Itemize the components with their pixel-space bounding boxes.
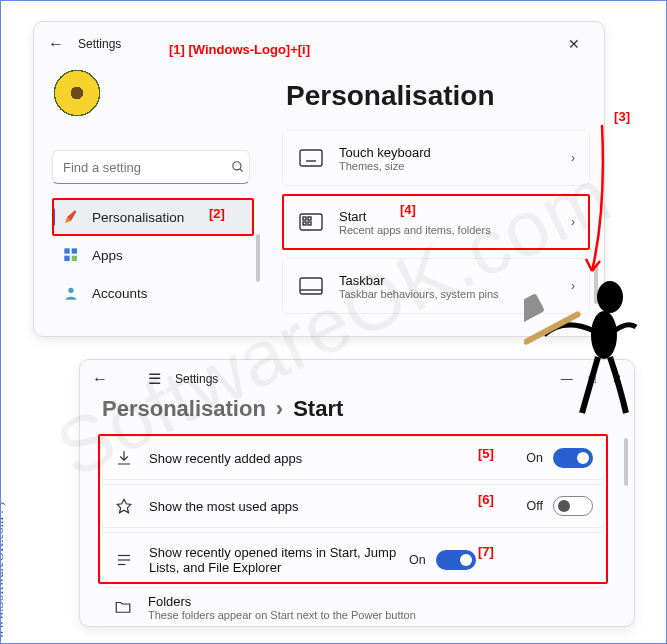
svg-rect-14 (303, 217, 306, 220)
annotation-3: [3] (614, 109, 630, 124)
apps-icon (62, 246, 80, 264)
back-icon[interactable]: ← (92, 370, 108, 388)
annotation-shortcut: [1] [Windows-Logo]+[i] (169, 42, 310, 57)
back-icon[interactable]: ← (48, 35, 64, 53)
row-recent-items: Show recently opened items in Start, Jum… (100, 532, 606, 588)
search-field[interactable] (63, 160, 231, 175)
content-cards: Touch keyboard Themes, size › Start Rece… (282, 130, 590, 322)
close-icon[interactable]: ✕ (612, 372, 622, 386)
sidebar-item-label: Accounts (92, 286, 148, 301)
toggle-recent-apps[interactable] (553, 448, 593, 468)
chevron-right-icon: › (571, 215, 575, 229)
row-recent-apps: Show recently added apps On (100, 436, 606, 480)
user-avatar[interactable] (52, 68, 102, 118)
row-label: Show recently added apps (149, 451, 526, 466)
search-input[interactable] (52, 150, 250, 184)
toggle-recent-items[interactable] (436, 550, 476, 570)
card-title: Start (339, 209, 571, 224)
credit-text: www.SoftwareOK.com :-) (0, 502, 7, 639)
toggle-state: On (526, 451, 543, 465)
svg-rect-2 (64, 248, 69, 253)
breadcrumb-current: Start (293, 396, 343, 422)
row-label: Show the most used apps (149, 499, 527, 514)
row-subtitle: These folders appear on Start next to th… (148, 609, 594, 621)
annotation-5: [5] (478, 446, 494, 461)
breadcrumb: Personalisation › Start (102, 396, 343, 422)
svg-rect-4 (64, 256, 69, 261)
titlebar: ← ☰ Settings — □ ✕ (80, 360, 634, 398)
svg-rect-7 (300, 150, 322, 166)
hamburger-icon[interactable]: ☰ (148, 370, 161, 388)
toggle-state: Off (527, 499, 543, 513)
window-title: Settings (78, 37, 121, 51)
sidebar-item-apps[interactable]: Apps (52, 236, 254, 274)
sidebar-item-accounts[interactable]: Accounts (52, 274, 254, 312)
card-taskbar[interactable]: Taskbar Taskbar behaviours, system pins … (282, 258, 590, 314)
list-icon (113, 551, 135, 569)
svg-rect-3 (72, 248, 77, 253)
keyboard-icon (297, 148, 325, 168)
svg-rect-17 (308, 222, 311, 225)
maximize-icon[interactable]: □ (589, 372, 596, 386)
accounts-icon (62, 284, 80, 302)
taskbar-icon (297, 276, 325, 296)
toggle-most-used[interactable] (553, 496, 593, 516)
star-icon (113, 497, 135, 515)
svg-line-1 (240, 169, 243, 172)
download-icon (113, 449, 135, 467)
svg-rect-16 (303, 222, 306, 225)
close-icon[interactable]: ✕ (558, 32, 590, 56)
content-scrollbar[interactable] (624, 438, 628, 486)
annotation-6: [6] (478, 492, 494, 507)
chevron-right-icon: › (571, 151, 575, 165)
card-subtitle: Taskbar behaviours, system pins (339, 288, 571, 300)
minimize-icon[interactable]: — (561, 372, 573, 386)
annotation-7: [7] (478, 544, 494, 559)
card-subtitle: Themes, size (339, 160, 571, 172)
card-title: Touch keyboard (339, 145, 571, 160)
row-folders[interactable]: Folders These folders appear on Start ne… (100, 590, 606, 624)
paintbrush-icon (62, 208, 80, 226)
content-scrollbar[interactable] (594, 264, 598, 304)
annotation-2: [2] (209, 206, 225, 221)
window-title: Settings (175, 372, 218, 386)
svg-rect-15 (308, 217, 311, 220)
folder-icon (112, 598, 134, 616)
settings-window-main: ← Settings ✕ [1] [Windows-Logo]+[i] Pers… (33, 21, 605, 337)
search-icon (231, 160, 245, 174)
chevron-right-icon: › (276, 396, 283, 422)
card-subtitle: Recent apps and items, folders (339, 224, 571, 236)
svg-rect-18 (300, 278, 322, 294)
breadcrumb-parent[interactable]: Personalisation (102, 396, 266, 422)
annotation-4: [4] (400, 202, 416, 217)
row-most-used: Show the most used apps Off (100, 484, 606, 528)
svg-point-0 (233, 162, 241, 170)
chevron-right-icon: › (571, 279, 575, 293)
toggle-state: On (409, 553, 426, 567)
svg-point-6 (68, 288, 73, 293)
card-title: Taskbar (339, 273, 571, 288)
svg-rect-5 (72, 256, 77, 261)
row-label: Folders (148, 594, 594, 609)
start-icon (297, 212, 325, 232)
start-settings-list: Show recently added apps On Show the mos… (100, 436, 606, 592)
sidebar-item-label: Apps (92, 248, 123, 263)
card-start[interactable]: Start Recent apps and items, folders › (282, 194, 590, 250)
sidebar-item-label: Personalisation (92, 210, 184, 225)
titlebar: ← Settings ✕ (34, 22, 604, 66)
page-title: Personalisation (286, 80, 495, 112)
sidebar-scrollbar[interactable] (256, 234, 260, 282)
settings-window-start: ← ☰ Settings — □ ✕ Personalisation › Sta… (79, 359, 635, 627)
card-touch-keyboard[interactable]: Touch keyboard Themes, size › (282, 130, 590, 186)
row-label: Show recently opened items in Start, Jum… (149, 545, 409, 575)
